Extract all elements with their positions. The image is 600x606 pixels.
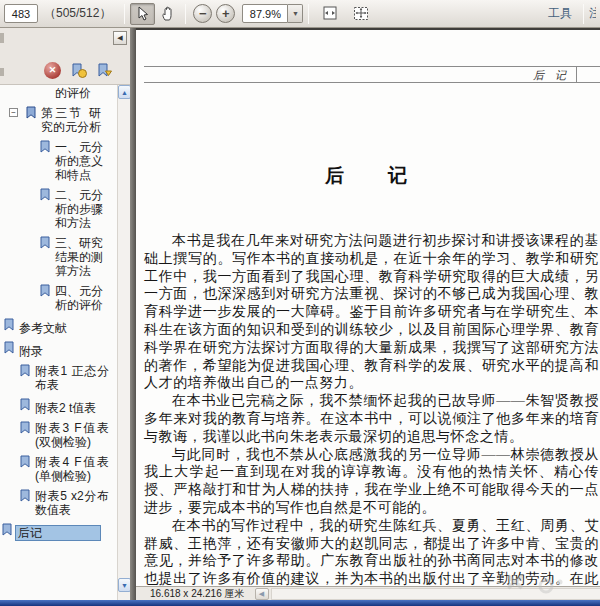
running-header-text: 后 记	[533, 68, 566, 83]
bookmark-item[interactable]: 二、元分析的步骤和方法	[0, 188, 117, 231]
panel-edge-fragment	[0, 33, 4, 43]
bookmark-item[interactable]: 五、结论的评价	[0, 85, 117, 101]
bookmark-icon	[19, 398, 31, 411]
bookmark-icon	[19, 489, 31, 502]
bookmark-item[interactable]: 附表3 F值表(双侧检验)	[0, 421, 117, 450]
toolbar: （505/512） − + 87.9% ▼	[0, 0, 600, 28]
comment-menu-button-clipped[interactable]: 注	[589, 5, 596, 22]
hand-icon	[161, 6, 175, 21]
bookmark-item[interactable]: 附表1 正态分布表	[0, 364, 117, 393]
page-title: 后 记	[144, 163, 590, 189]
bookmark-item[interactable]: 一、元分析的意义和特点	[0, 140, 117, 183]
zoom-level-value[interactable]: 87.9%	[242, 4, 288, 23]
fit-page-icon	[353, 6, 369, 21]
new-bookmark-button[interactable]	[70, 62, 87, 79]
collapse-panel-button[interactable]: ◀	[113, 31, 127, 45]
toolbar-separator	[185, 4, 186, 24]
bookmark-icon	[39, 236, 51, 249]
toolbar-separator	[124, 4, 125, 24]
paragraph: 与此同时，我也不禁从心底感激我的另一位导师——林崇德教授从我上大学起一直到现在对…	[144, 446, 599, 517]
bookmark-icon	[19, 455, 31, 468]
cursor-arrow-icon	[136, 6, 149, 21]
page-dimensions-status: 16.618 x 24.216 厘米	[136, 587, 255, 601]
zoom-out-button[interactable]: −	[193, 4, 212, 23]
bookmark-icon	[3, 341, 15, 354]
toolbar-separator	[308, 4, 309, 24]
scroll-left-button[interactable]: ◀	[255, 588, 269, 600]
bookmark-item[interactable]: 附表4 F值表(单侧检验)	[0, 455, 117, 484]
bookmark-icon	[1, 523, 13, 536]
bookmark-icon	[39, 140, 51, 153]
running-header-divider	[576, 67, 577, 82]
zoom-in-button[interactable]: +	[216, 4, 235, 23]
fit-page-button[interactable]	[348, 3, 373, 25]
bookmark-icon	[39, 284, 51, 297]
bookmark-item-selected[interactable]: 后记	[0, 523, 117, 541]
fit-width-button[interactable]	[317, 3, 342, 25]
bookmarks-panel-header: ◀ ✕	[0, 28, 130, 85]
bookmarks-toolbar: ✕	[0, 60, 130, 80]
bookmark-options-button[interactable]	[96, 62, 113, 79]
select-tool-button[interactable]	[130, 3, 155, 25]
document-pane: 后 记 后 记 本书是我在几年来对研究方法问题进行初步探讨和讲授该课程的基础上撰…	[136, 28, 600, 600]
bookmark-icon	[19, 364, 31, 377]
hand-tool-button[interactable]	[155, 3, 180, 25]
paragraph: 在本书业已完稿之际，我不禁缅怀起我的已故导师——朱智贤教授多年来对我的教育与培养…	[144, 392, 599, 445]
page-number-input[interactable]	[4, 4, 38, 23]
bookmark-item[interactable]: 参考文献	[0, 318, 117, 336]
paragraph: 本书是我在几年来对研究方法问题进行初步探讨和讲授该课程的基础上撰写的。写作本书的…	[144, 232, 599, 392]
bookmark-icon	[3, 318, 15, 331]
tools-menu-button[interactable]: 工具	[548, 5, 572, 22]
toolbar-separator	[583, 4, 584, 24]
collapse-expander-icon[interactable]: −	[9, 108, 18, 117]
page-running-header: 后 记	[144, 66, 600, 83]
fit-width-icon	[322, 6, 338, 21]
bookmark-item[interactable]: 附录	[0, 341, 117, 359]
bookmark-icon	[25, 106, 37, 119]
delete-bookmark-button[interactable]: ✕	[44, 62, 61, 79]
sidebar-scrollbar[interactable]: ▲ ▼	[117, 85, 130, 600]
page-body-text: 本书是我在几年来对研究方法问题进行初步探讨和讲授该课程的基础上撰写的。写作本书的…	[144, 232, 599, 586]
bookmark-item[interactable]: 附表5 x2分布数值表	[0, 489, 117, 518]
window-bottom-border	[0, 600, 600, 606]
bookmarks-panel: ◀ ✕ 五、结论的评价 −	[0, 28, 130, 600]
zoom-dropdown-button[interactable]: ▼	[288, 4, 303, 23]
bookmark-item[interactable]: − 第三节 研究的元分析	[0, 106, 117, 135]
bookmark-item[interactable]: 三、研究结果的测算方法	[0, 236, 117, 279]
bookmark-icon	[39, 188, 51, 201]
bookmark-item[interactable]: 四、元分析的评价	[0, 284, 117, 313]
bookmark-item[interactable]: 附表2 t值表	[0, 398, 117, 416]
bookmarks-tree: 五、结论的评价 − 第三节 研究的元分析 一、元分析的意义和特点 二、元分析的步…	[0, 85, 117, 600]
page-count-indicator: （505/512）	[44, 5, 111, 22]
bookmark-icon	[19, 421, 31, 434]
pdf-page: 后 记 后 记 本书是我在几年来对研究方法问题进行初步探讨和讲授该课程的基础上撰…	[136, 30, 600, 586]
pdf-reader-window: （505/512） − + 87.9% ▼	[0, 0, 600, 606]
scan-watermark	[502, 568, 572, 598]
